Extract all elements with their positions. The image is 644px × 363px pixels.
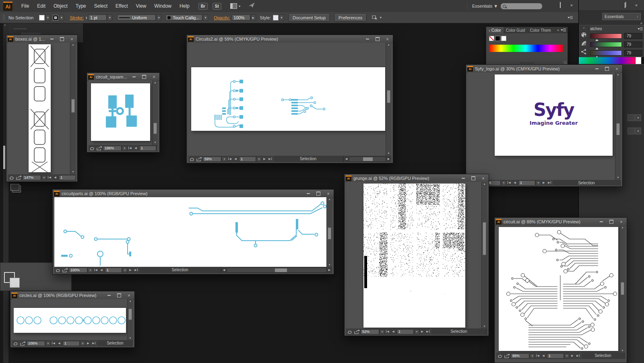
dropdown-icon[interactable]: ▼ (45, 14, 50, 21)
close-button[interactable]: × (382, 36, 392, 42)
next-artboard-button[interactable]: ▶ (85, 342, 91, 345)
stroke-link[interactable]: Stroke: (70, 15, 84, 20)
panel-menu-icon[interactable] (561, 29, 566, 32)
panel-gripper[interactable] (520, 62, 534, 64)
none-swatch[interactable] (489, 36, 494, 41)
dropdown-icon[interactable]: ▼ (635, 114, 641, 121)
maximize-button[interactable] (372, 36, 382, 42)
scrollbar-thumb[interactable] (363, 157, 373, 161)
fill-swatch[interactable] (39, 15, 45, 21)
style-swatch[interactable] (273, 15, 279, 21)
tab-color[interactable]: ↕ Color (486, 27, 504, 33)
close-button[interactable]: × (566, 2, 577, 9)
scrollbar-thumb[interactable] (153, 123, 157, 134)
scroll-up-icon[interactable]: ▲ (615, 72, 621, 77)
stroke-swatch[interactable] (53, 15, 58, 21)
dropdown-icon[interactable]: ▼ (501, 180, 506, 186)
blue-value-field[interactable]: 79 (624, 50, 642, 56)
opacity-field[interactable]: 100% (232, 14, 250, 21)
red-value-field[interactable]: 79 (624, 33, 642, 39)
color-guide-panel-icon[interactable] (580, 40, 587, 47)
scrollbar-thumb[interactable] (275, 268, 287, 272)
search-input[interactable] (500, 3, 543, 10)
dropdown-icon[interactable]: ▼ (59, 14, 64, 21)
scroll-left-icon[interactable]: ◀ (344, 157, 349, 161)
close-button[interactable]: × (323, 190, 333, 196)
dropdown-icon[interactable]: ▼ (379, 16, 382, 19)
arrange-documents-icon[interactable] (230, 3, 237, 9)
canvas-area[interactable]: ▲▼ (346, 182, 487, 329)
canvas-area[interactable]: ▲▼ (496, 225, 625, 353)
dropdown-icon[interactable]: ▼ (635, 128, 641, 134)
canvas-area[interactable]: ▲▼ (54, 197, 332, 267)
scroll-right-icon[interactable]: ▶ (327, 268, 332, 272)
artboard-number-field[interactable]: 1 (139, 146, 156, 151)
window-titlebar[interactable]: Ai Syfy_logo.ai @ 30% (CMYK/GPU Preview)… (466, 65, 622, 73)
first-artboard-button[interactable]: ◀ (385, 330, 390, 333)
maximize-button[interactable] (139, 74, 149, 80)
next-artboard-button[interactable]: ▶ (128, 268, 133, 272)
slider-thumb[interactable] (595, 37, 599, 41)
vertical-scrollbar[interactable]: ▲▼ (481, 182, 487, 329)
close-button[interactable]: × (67, 36, 77, 42)
opacity-link[interactable]: Opacity: (214, 15, 230, 20)
next-artboard-button[interactable]: ▶ (570, 354, 575, 357)
menu-window[interactable]: Window (150, 1, 175, 11)
dropdown-icon[interactable]: ▼ (238, 5, 241, 8)
artboard-number-field[interactable]: 1 (59, 175, 76, 180)
artboard-number-field[interactable]: 1 (518, 180, 535, 186)
dropdown-icon[interactable]: ▼ (530, 353, 535, 359)
minimize-button[interactable] (608, 2, 619, 9)
artboard-number-field[interactable]: 1 (63, 341, 80, 346)
scroll-up-icon[interactable]: ▲ (70, 43, 76, 47)
menu-view[interactable]: View (132, 1, 151, 11)
scroll-up-icon[interactable]: ▲ (128, 299, 133, 303)
scrollbar-thumb[interactable] (71, 99, 75, 113)
last-artboard-button[interactable]: ▶ (547, 181, 552, 184)
menu-select[interactable]: Select (90, 1, 111, 11)
share-rocket-icon[interactable] (248, 2, 256, 10)
panel-gripper[interactable] (3, 14, 5, 21)
bridge-button[interactable]: Br (198, 3, 208, 10)
menu-help[interactable]: Help (175, 1, 194, 11)
panel-button-group[interactable]: ▼ (627, 114, 641, 121)
first-artboard-button[interactable]: ◀ (127, 146, 133, 150)
vertical-scrollbar[interactable]: ▲▼ (70, 43, 76, 174)
stroke-weight-field[interactable]: 1 pt (88, 14, 107, 21)
minimize-button[interactable] (543, 2, 555, 9)
panel-menu-icon[interactable] (638, 27, 643, 31)
close-button[interactable]: × (631, 2, 642, 9)
green-slider[interactable] (590, 42, 622, 47)
vertical-scrollbar[interactable]: ▲▼ (615, 72, 621, 180)
export-icon[interactable] (19, 341, 27, 346)
view-rotate-icon[interactable] (496, 353, 504, 358)
width-profile-select[interactable]: Uniform (117, 14, 156, 21)
view-rotate-icon[interactable] (8, 175, 15, 180)
export-icon[interactable] (353, 329, 361, 334)
minimize-button[interactable] (104, 292, 114, 298)
view-rotate-icon[interactable] (54, 268, 62, 272)
close-button[interactable]: × (612, 66, 622, 72)
restore-button[interactable] (619, 2, 631, 9)
maximize-button[interactable] (57, 36, 67, 42)
scroll-down-icon[interactable]: ▼ (615, 175, 621, 180)
scroll-left-icon[interactable]: ◀ (221, 268, 227, 272)
view-rotate-icon[interactable] (12, 341, 19, 346)
canvas-area[interactable]: ▲▼ (12, 299, 133, 340)
scrollbar-thumb[interactable] (616, 123, 620, 135)
control-panel-menu-icon[interactable] (568, 16, 573, 19)
dropdown-icon[interactable]: ▼ (203, 14, 208, 21)
zoom-level-field[interactable]: 59% (203, 157, 221, 162)
dropdown-icon[interactable]: ▼ (380, 329, 385, 334)
arrange-icon[interactable] (10, 184, 19, 191)
zoom-level-field[interactable]: 147% (23, 175, 41, 180)
dropdown-icon[interactable]: ▼ (156, 14, 161, 21)
first-artboard-button[interactable]: ◀ (535, 354, 541, 357)
scroll-up-icon[interactable]: ▲ (153, 80, 158, 85)
canvas-area[interactable]: Syfy Imagine Greater ▲▼ (468, 72, 621, 180)
dropdown-icon[interactable]: ▼ (88, 268, 93, 273)
menu-edit[interactable]: Edit (33, 1, 50, 11)
collapse-icon[interactable]: » (557, 28, 559, 32)
green-value-field[interactable]: 79 (624, 41, 642, 47)
panel-button-group[interactable]: ▼ (627, 128, 641, 134)
